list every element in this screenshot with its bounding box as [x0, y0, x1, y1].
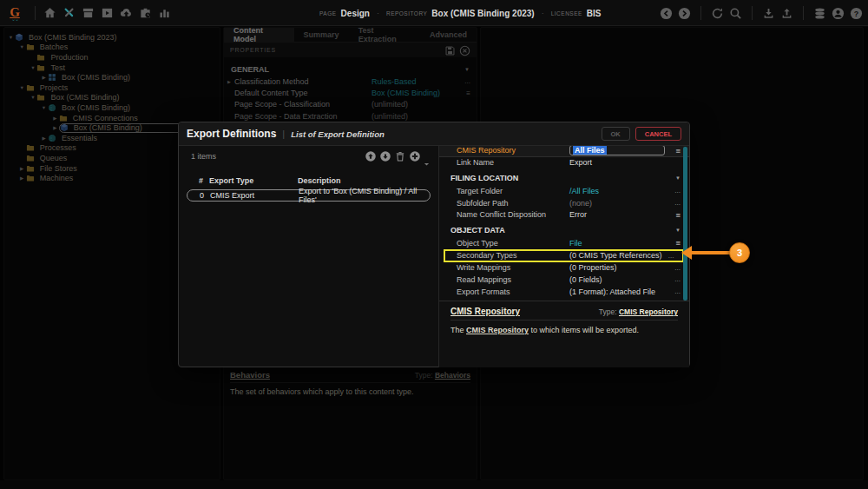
list-body: 0CMIS ExportExport to 'Box (CMIS Binding…	[187, 189, 431, 202]
dropdown-icon[interactable]: ≡	[668, 238, 681, 248]
help-title: CMIS Repository	[450, 307, 520, 316]
property-label: Read Mappings	[457, 275, 569, 284]
divider	[752, 6, 753, 20]
property-row-export-formats[interactable]: Export Formats(1 Format): Attached File.…	[439, 286, 689, 298]
property-row-target-folder[interactable]: Target Folder/All Files...	[439, 185, 689, 197]
forward-icon[interactable]	[677, 6, 692, 21]
ok-button[interactable]: OK	[602, 127, 630, 141]
cell: CMIS Export	[210, 191, 299, 200]
cell: Export to 'Box (CMIS Binding) / All File…	[299, 187, 430, 204]
property-row-subfolder-path[interactable]: Subfolder Path(none)...	[439, 197, 689, 209]
help-body-link[interactable]: CMIS Repository	[466, 326, 529, 334]
chevron-down-icon: ▼	[675, 228, 681, 233]
cancel-button[interactable]: CANCEL	[635, 127, 681, 141]
property-row-link-name[interactable]: Link NameExport	[439, 157, 689, 169]
download-icon[interactable]	[761, 6, 776, 21]
move-down-icon[interactable]	[379, 150, 391, 162]
svg-text:?: ?	[854, 9, 858, 17]
export-list-pane: 1 items #Export TypeDescription 0CMIS Ex…	[179, 146, 438, 367]
add-icon[interactable]	[409, 150, 421, 162]
stats-icon[interactable]	[157, 5, 172, 20]
scrollbar[interactable]	[683, 147, 687, 301]
export-definition-row[interactable]: 0CMIS ExportExport to 'Box (CMIS Binding…	[187, 189, 431, 202]
property-label: Write Mappings	[457, 263, 569, 272]
ellipsis-button[interactable]: ...	[668, 264, 681, 272]
delete-icon[interactable]	[394, 150, 406, 162]
section-header[interactable]: FILING LOCATION▼	[439, 171, 689, 185]
list-toolbar	[365, 150, 431, 162]
ellipsis-button[interactable]: ...	[668, 187, 681, 195]
topbar: G ⌄⌄ PAGE Design · REPOSITORY Box (CMIS …	[0, 0, 868, 26]
separator: |	[282, 129, 285, 139]
property-value[interactable]: (0 Properties)	[569, 263, 668, 272]
topbar-actions: ?	[659, 0, 864, 26]
help-icon[interactable]: ?	[849, 6, 864, 21]
property-grid: CMIS RepositoryAll Files≡Link NameExport…	[439, 146, 689, 297]
section-header[interactable]: OBJECT DATA▼	[439, 223, 689, 237]
property-value[interactable]: (1 Format): Attached File	[569, 287, 668, 296]
property-row-object-type[interactable]: Object TypeFile≡	[439, 237, 689, 249]
property-value[interactable]: Error	[569, 210, 668, 219]
property-row-read-mappings[interactable]: Read Mappings(0 Fields)...	[439, 274, 689, 286]
divider	[803, 6, 804, 20]
batches-icon[interactable]	[81, 5, 95, 20]
licensee-label: LICENSEE	[551, 10, 582, 17]
column-header: #	[187, 176, 209, 185]
property-row-write-mappings[interactable]: Write Mappings(0 Properties)...	[439, 262, 689, 274]
licensee-value: BIS	[587, 9, 602, 18]
design-tools-icon[interactable]	[62, 5, 76, 20]
property-value[interactable]: File	[569, 239, 668, 248]
home-icon[interactable]	[43, 5, 57, 20]
property-label: Subfolder Path	[457, 199, 569, 208]
separator: ·	[377, 9, 379, 17]
caret-down-icon[interactable]	[424, 155, 431, 162]
export-properties-pane: CMIS RepositoryAll Files≡Link NameExport…	[438, 146, 689, 367]
property-value[interactable]: (0 Fields)	[569, 275, 668, 284]
help-text: The CMIS Repository to which items will …	[450, 326, 678, 334]
ellipsis-button[interactable]: ...	[668, 275, 681, 283]
divider	[35, 6, 36, 20]
property-label: Export Formats	[457, 287, 569, 296]
property-value[interactable]: (none)	[569, 199, 668, 208]
tasks-icon[interactable]	[138, 5, 153, 20]
property-label: Secondary Types	[457, 251, 569, 260]
items-count: 1 items	[191, 152, 216, 161]
page-label: PAGE	[319, 10, 337, 17]
property-value[interactable]: Export	[569, 158, 668, 167]
ellipsis-button[interactable]: ...	[668, 199, 681, 207]
page-value[interactable]: Design	[341, 9, 370, 18]
help-panel: CMIS Repository Type: CMIS Repository Th…	[439, 301, 689, 367]
back-icon[interactable]	[659, 6, 674, 21]
refresh-icon[interactable]	[710, 6, 725, 21]
move-up-icon[interactable]	[365, 150, 377, 162]
column-header: Description	[298, 176, 431, 185]
dropdown-icon[interactable]: ≡	[668, 146, 681, 155]
property-row-name-conflict-disposition[interactable]: Name Conflict DispositionError≡	[439, 208, 689, 221]
dropdown-icon[interactable]: ≡	[668, 210, 681, 220]
repository-label: REPOSITORY	[386, 10, 427, 17]
imports-icon[interactable]	[100, 5, 115, 20]
ellipsis-button[interactable]: ...	[661, 252, 674, 260]
cloud-upload-icon[interactable]	[119, 5, 134, 20]
property-value[interactable]: /All Files	[569, 187, 668, 195]
search-icon[interactable]	[728, 6, 743, 21]
ellipsis-button[interactable]: ...	[668, 287, 681, 295]
app-window: G ⌄⌄ PAGE Design · REPOSITORY Box (CMIS …	[0, 0, 868, 489]
grooper-logo[interactable]: G ⌄⌄	[0, 4, 30, 21]
property-row-cmis-repository[interactable]: CMIS RepositoryAll Files≡	[439, 146, 689, 157]
property-value[interactable]: All Files	[569, 146, 665, 155]
logo-chevron-icon: ⌄⌄	[0, 17, 30, 21]
export-definitions-dialog: Export Definitions | List of Export Defi…	[178, 122, 690, 367]
account-icon[interactable]	[831, 6, 845, 21]
help-type-link[interactable]: CMIS Repository	[619, 307, 678, 316]
section-label: OBJECT DATA	[450, 226, 505, 235]
property-value[interactable]: (0 CMIS Type References)	[569, 251, 661, 260]
separator: ·	[542, 9, 544, 17]
property-label: Link Name	[457, 158, 569, 167]
upload-icon[interactable]	[779, 6, 794, 21]
database-icon[interactable]	[812, 6, 827, 21]
repository-value[interactable]: Box (CMIS Binding 2023)	[431, 9, 534, 18]
property-label: Target Folder	[457, 187, 569, 195]
property-row-secondary-types[interactable]: Secondary Types(0 CMIS Type References).…	[444, 249, 684, 262]
callout-arrow-icon	[681, 246, 692, 260]
